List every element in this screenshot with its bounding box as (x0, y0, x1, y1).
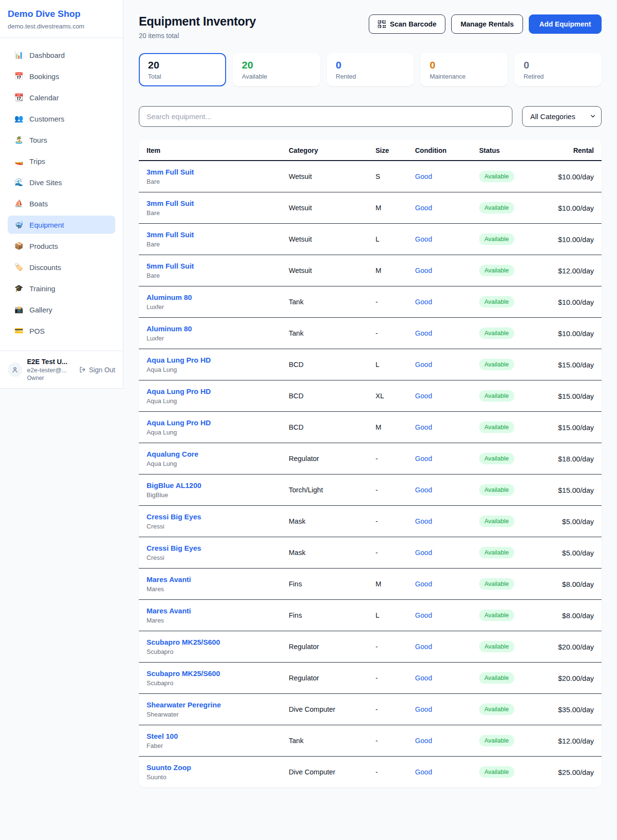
credit-card-icon: 💳 (14, 326, 24, 335)
sidebar-item-pos[interactable]: 💳 POS (8, 322, 115, 340)
item-name-link[interactable]: Steel 100 (147, 732, 273, 740)
item-name-link[interactable]: Scubapro MK25/S600 (147, 669, 273, 677)
add-equipment-button[interactable]: Add Equipment (529, 14, 602, 34)
item-condition-link[interactable]: Good (407, 757, 471, 788)
sidebar-item-dive-sites[interactable]: 🌊 Dive Sites (8, 173, 115, 191)
status-badge: Available (479, 359, 514, 370)
sign-out-label: Sign Out (89, 366, 115, 374)
item-name-link[interactable]: Aqua Lung Pro HD (147, 387, 273, 395)
manage-rentals-button[interactable]: Manage Rentals (451, 14, 523, 34)
sidebar-item-dashboard[interactable]: 📊 Dashboard (8, 46, 115, 64)
item-name-link[interactable]: Mares Avanti (147, 575, 273, 583)
item-brand: Luxfer (147, 335, 273, 342)
item-condition-link[interactable]: Good (407, 349, 471, 380)
category-select[interactable]: All Categories (522, 106, 602, 127)
item-condition-link[interactable]: Good (407, 286, 471, 318)
stat-card-maintenance[interactable]: 0 Maintenance (420, 53, 508, 86)
sidebar-item-label: Dive Sites (29, 178, 62, 187)
brand-name[interactable]: Demo Dive Shop (8, 9, 115, 19)
item-name-link[interactable]: BigBlue AL1200 (147, 481, 273, 489)
sign-out-icon (79, 366, 86, 373)
item-condition-link[interactable]: Good (407, 412, 471, 443)
item-rental-rate: $20.00/day (544, 663, 602, 694)
scan-barcode-button[interactable]: Scan Barcode (369, 14, 446, 34)
table-row: Cressi Big Eyes Cressi Mask - Good Avail… (139, 537, 602, 569)
stat-value: 0 (429, 59, 498, 71)
item-name-link[interactable]: Mares Avanti (147, 607, 273, 615)
item-condition-link[interactable]: Good (407, 694, 471, 725)
sidebar-item-calendar[interactable]: 📆 Calendar (8, 88, 115, 107)
stat-card-rented[interactable]: 0 Rented (327, 53, 414, 86)
item-condition-link[interactable]: Good (407, 631, 471, 663)
col-header-size: Size (368, 140, 407, 161)
page-header: Equipment Inventory 20 items total Scan … (139, 14, 602, 40)
sidebar-item-products[interactable]: 📦 Products (8, 237, 115, 255)
item-condition-link[interactable]: Good (407, 161, 471, 192)
item-name-link[interactable]: Aqua Lung Pro HD (147, 356, 273, 364)
item-category: Tank (281, 286, 368, 318)
item-condition-link[interactable]: Good (407, 255, 471, 286)
equipment-table: Item Category Size Condition Status Rent… (139, 140, 602, 787)
item-rental-rate: $5.00/day (544, 506, 602, 537)
item-name-link[interactable]: Aqualung Core (147, 450, 273, 458)
item-condition-link[interactable]: Good (407, 506, 471, 537)
item-condition-link[interactable]: Good (407, 569, 471, 600)
item-condition-link[interactable]: Good (407, 443, 471, 474)
item-size: L (368, 600, 407, 631)
item-brand: BigBlue (147, 491, 273, 499)
item-brand: Suunto (147, 773, 273, 781)
item-size: S (368, 161, 407, 192)
page-title: Equipment Inventory (139, 14, 256, 28)
island-icon: 🏝️ (14, 135, 24, 144)
status-badge: Available (479, 233, 514, 245)
item-size: - (368, 631, 407, 663)
table-row: Scubapro MK25/S600 Scubapro Regulator - … (139, 631, 602, 663)
item-category: BCD (281, 349, 368, 380)
item-category: Regulator (281, 663, 368, 694)
item-name-link[interactable]: 3mm Full Suit (147, 230, 273, 239)
item-name-link[interactable]: Aluminum 80 (147, 325, 273, 333)
sidebar-item-equipment[interactable]: 🤿 Equipment (8, 216, 115, 234)
item-name-link[interactable]: Aqua Lung Pro HD (147, 419, 273, 427)
sidebar-item-customers[interactable]: 👥 Customers (8, 109, 115, 128)
item-condition-link[interactable]: Good (407, 537, 471, 569)
item-condition-link[interactable]: Good (407, 474, 471, 506)
sidebar-item-gallery[interactable]: 📸 Gallery (8, 300, 115, 319)
item-category: Fins (281, 569, 368, 600)
item-name-link[interactable]: Shearwater Peregrine (147, 701, 273, 709)
sidebar-item-training[interactable]: 🎓 Training (8, 279, 115, 298)
sign-out-button[interactable]: Sign Out (79, 366, 115, 374)
search-input[interactable] (139, 106, 512, 127)
item-name-link[interactable]: Scubapro MK25/S600 (147, 638, 273, 646)
stat-card-total[interactable]: 20 Total (139, 53, 226, 86)
item-name-link[interactable]: Suunto Zoop (147, 763, 273, 772)
item-name-link[interactable]: Aluminum 80 (147, 293, 273, 301)
item-condition-link[interactable]: Good (407, 600, 471, 631)
table-row: Aluminum 80 Luxfer Tank - Good Available… (139, 318, 602, 349)
item-condition-link[interactable]: Good (407, 380, 471, 412)
item-name-link[interactable]: Cressi Big Eyes (147, 544, 273, 552)
status-badge: Available (479, 390, 514, 402)
sidebar-nav: 📊 Dashboard 📅 Bookings 📆 Calendar 👥 Cust… (0, 38, 123, 348)
item-condition-link[interactable]: Good (407, 192, 471, 224)
sidebar-item-discounts[interactable]: 🏷️ Discounts (8, 258, 115, 276)
item-condition-link[interactable]: Good (407, 318, 471, 349)
sidebar-item-trips[interactable]: 🚤 Trips (8, 152, 115, 170)
item-size: - (368, 725, 407, 757)
sidebar-item-boats[interactable]: ⛵ Boats (8, 194, 115, 213)
item-condition-link[interactable]: Good (407, 663, 471, 694)
item-name-link[interactable]: 3mm Full Suit (147, 199, 273, 207)
item-condition-link[interactable]: Good (407, 725, 471, 757)
item-name-link[interactable]: 5mm Full Suit (147, 262, 273, 270)
stat-card-retired[interactable]: 0 Retired (514, 53, 602, 86)
item-condition-link[interactable]: Good (407, 224, 471, 255)
item-name-link[interactable]: 3mm Full Suit (147, 168, 273, 176)
person-icon (11, 366, 19, 374)
item-name-link[interactable]: Cressi Big Eyes (147, 513, 273, 521)
sidebar-item-bookings[interactable]: 📅 Bookings (8, 67, 115, 85)
stat-card-available[interactable]: 20 Available (233, 53, 320, 86)
col-header-category: Category (281, 140, 368, 161)
item-category: Fins (281, 600, 368, 631)
tag-icon: 🏷️ (14, 263, 24, 271)
sidebar-item-tours[interactable]: 🏝️ Tours (8, 131, 115, 149)
